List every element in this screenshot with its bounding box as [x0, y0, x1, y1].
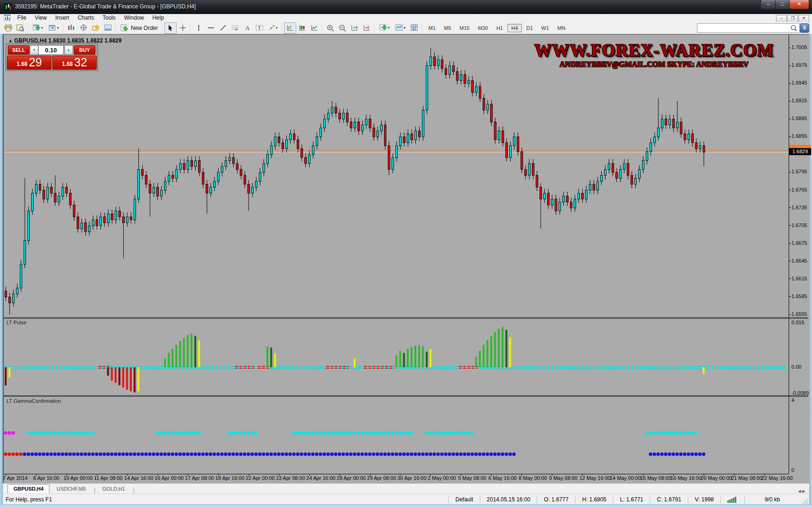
candlestick-button[interactable] — [296, 22, 308, 34]
chart-tab-usdchf-m5[interactable]: USDCHF,M5 — [50, 484, 92, 493]
terminal-button[interactable] — [102, 22, 114, 34]
metatrader-window: 3592195: MetaTrader - E-Global Trade & F… — [0, 0, 812, 507]
time-axis-label: 8 May 00:00 — [519, 475, 547, 481]
timeframe-group: M1M5M15M30H1H4D1W1MN — [424, 24, 570, 32]
status-cell-bar-volume: V: 1998 — [688, 496, 720, 503]
timeframe-button-m5[interactable]: M5 — [440, 24, 455, 32]
data-window-button[interactable] — [78, 22, 90, 34]
timeframe-button-w1[interactable]: W1 — [538, 24, 553, 32]
sell-price-major: 1.68 — [16, 61, 27, 69]
timeframe-button-mn[interactable]: MN — [554, 24, 569, 32]
bar-chart-button[interactable] — [284, 22, 296, 34]
maximize-button[interactable]: □ — [775, 0, 790, 9]
text-button[interactable]: A — [241, 22, 253, 34]
current-price-badge: 1.6829 — [789, 148, 811, 155]
crosshair-button[interactable] — [177, 22, 189, 34]
chart-tab-gold-h1[interactable]: GOLD,H1 — [96, 484, 131, 493]
toolbar-separator — [322, 23, 323, 33]
zoom-in-button[interactable] — [324, 22, 336, 34]
price-axis-tick — [789, 243, 791, 243]
chart-shift-button[interactable] — [361, 22, 373, 34]
sell-button[interactable]: SELL — [8, 45, 29, 55]
tab-scroll-left-icon[interactable]: ◀ — [798, 489, 801, 493]
price-axis-tick — [789, 207, 791, 208]
navigator-button[interactable] — [90, 22, 102, 34]
pane-splitter[interactable] — [4, 395, 808, 397]
volume-input[interactable] — [38, 45, 64, 55]
toolbar-separator — [374, 23, 375, 33]
text-label-button[interactable]: T — [253, 22, 265, 34]
volume-down-button[interactable]: ▾ — [30, 45, 38, 55]
tab-scroll-arrows[interactable]: ◀ ▶ — [798, 489, 805, 493]
toolbar-separator — [190, 23, 191, 33]
arrow-tools-button[interactable]: ▾ — [265, 22, 280, 34]
chart-tab-gbpusd-h4[interactable]: GBPUSD,H4 — [7, 484, 50, 493]
time-axis-label: 12 May 16:00 — [579, 475, 611, 481]
volume-up-button[interactable]: ▴ — [64, 45, 73, 55]
price-axis-tick — [789, 225, 791, 226]
buy-price-display[interactable]: 1.68 32 — [52, 56, 97, 70]
line-chart-button[interactable] — [308, 22, 321, 34]
profiles-button[interactable]: ▾ — [46, 22, 62, 34]
timeframe-button-d1[interactable]: D1 — [523, 24, 537, 32]
minimize-button[interactable]: – — [761, 0, 776, 9]
menu-item-insert[interactable]: Insert — [51, 14, 73, 22]
time-axis-label: 28 Apr 00:00 — [337, 475, 366, 481]
timeframe-button-h1[interactable]: H1 — [492, 24, 506, 32]
mdi-close-button[interactable]: ✕ — [798, 15, 809, 22]
resize-grip[interactable] — [802, 498, 808, 504]
menu-item-help[interactable]: Help — [148, 14, 168, 22]
pulse-axis-min: -0.0089 — [791, 390, 809, 396]
mdi-restore-button[interactable]: ❐ — [787, 15, 798, 22]
tab-scroll-right-icon[interactable]: ▶ — [802, 489, 805, 493]
zoom-out-button[interactable] — [336, 22, 349, 34]
mdi-minimize-button[interactable]: – — [776, 15, 787, 22]
svg-text:A: A — [245, 24, 250, 31]
timeframe-button-m1[interactable]: M1 — [425, 24, 439, 32]
menu-item-file[interactable]: File — [13, 14, 30, 22]
price-axis-tick — [789, 101, 791, 101]
timeframe-button-m15[interactable]: M15 — [456, 24, 473, 32]
search-area: 5 — [697, 23, 809, 33]
menu-item-window[interactable]: Window — [120, 14, 149, 22]
market-watch-button[interactable] — [65, 22, 78, 34]
periods-button[interactable]: 12 — [408, 22, 420, 34]
print-preview-button[interactable] — [14, 22, 26, 34]
print-button[interactable] — [2, 22, 14, 34]
vertical-line-button[interactable] — [192, 22, 205, 34]
menu-item-view[interactable]: View — [30, 14, 51, 22]
buy-button[interactable]: BUY — [74, 45, 95, 55]
fibonacci-button[interactable]: F — [229, 22, 241, 34]
collapse-arrow-icon[interactable]: ▲ — [8, 38, 13, 43]
new-order-label[interactable]: New Order — [131, 25, 158, 31]
indicators-button[interactable]: ▾ — [377, 22, 392, 34]
gamma-axis-max: 4 — [791, 397, 794, 403]
sell-price-display[interactable]: 1.68 29 — [7, 56, 51, 70]
toolbar-separator — [422, 23, 423, 33]
timeframe-button-h4[interactable]: H4 — [507, 24, 521, 32]
new-order-button[interactable] — [118, 22, 130, 34]
auto-scroll-button[interactable] — [349, 22, 361, 34]
search-input[interactable] — [697, 23, 800, 33]
price-axis-tick — [789, 172, 791, 172]
menu-item-tools[interactable]: Tools — [99, 14, 120, 22]
price-axis-label: 1.6615 — [791, 276, 807, 281]
chart-canvas[interactable] — [4, 35, 789, 474]
cursor-button[interactable] — [164, 22, 177, 34]
time-axis-label: 24 Apr 16:00 — [306, 475, 335, 481]
timeframe-button-m30[interactable]: M30 — [474, 24, 491, 32]
price-axis-tick — [789, 190, 791, 190]
trade-panel: SELL ▾ ▴ BUY 1.68 29 1.68 32 — [6, 43, 98, 71]
chart-tabs: GBPUSD,H4USDCHF,M5|GOLD,H1| — [7, 484, 135, 493]
close-button[interactable]: ✕ — [789, 0, 809, 9]
pane-splitter[interactable] — [4, 317, 808, 319]
search-icon[interactable] — [791, 25, 797, 31]
new-chart-button[interactable]: ▾ — [30, 22, 46, 34]
trendline-button[interactable] — [217, 22, 229, 34]
horizontal-line-button[interactable] — [205, 22, 217, 34]
menu-item-charts[interactable]: Charts — [73, 14, 98, 22]
time-axis-label: 10 Apr 00:00 — [64, 475, 93, 481]
status-bar: For Help, press F1 Default2014.05.15 16:… — [3, 493, 809, 505]
templates-button[interactable]: ▾ — [392, 22, 408, 34]
notification-badge[interactable]: 5 — [800, 23, 809, 33]
